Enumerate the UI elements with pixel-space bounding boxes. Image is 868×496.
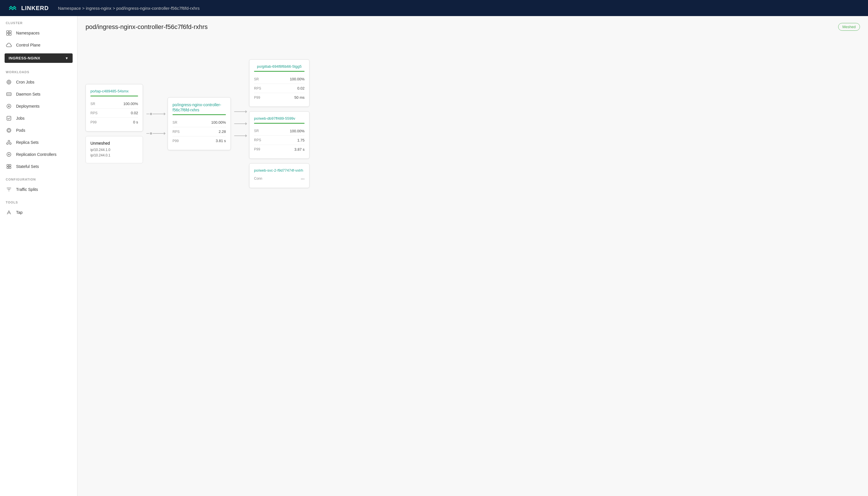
connector-line-5 xyxy=(234,111,246,112)
breadcrumb: Namespace > ingress-nginx > pod/ingress-… xyxy=(58,6,861,11)
pods-icon xyxy=(6,127,12,134)
network-diagram: po/tap-c489485-54smx SR 100.00% RPS 0.02… xyxy=(86,37,860,210)
unmeshed-ip-0: ip/10.244.1.0 xyxy=(90,147,138,153)
node-unmeshed: Unmeshed ip/10.244.1.0 ip/10.244.0.1 xyxy=(86,136,143,163)
linkerd-logo-icon xyxy=(7,2,18,14)
sidebar-item-cron-jobs[interactable]: Cron Jobs xyxy=(0,76,77,88)
node-web-svc-conn: Conn --- xyxy=(254,174,305,183)
svg-rect-25 xyxy=(9,165,11,166)
sidebar-item-namespaces-label: Namespaces xyxy=(16,31,40,35)
left-nodes-column: po/tap-c489485-54smx SR 100.00% RPS 0.02… xyxy=(86,84,143,163)
right-connector-top xyxy=(234,111,246,112)
svg-point-5 xyxy=(7,80,11,84)
sidebar-item-stateful-sets[interactable]: Stateful Sets xyxy=(0,160,77,172)
logo-text: LINKERD xyxy=(21,5,49,12)
left-connector-top xyxy=(146,113,164,115)
node-web-db-link[interactable]: po/web-db97ff489-5599v xyxy=(254,116,305,121)
arrow-5 xyxy=(245,134,247,137)
svg-rect-1 xyxy=(6,31,9,33)
tools-section-label: TOOLS xyxy=(0,196,77,206)
main-content: pod/ingress-nginx-controller-f56c7f6fd-r… xyxy=(78,16,868,496)
node-tap-progress xyxy=(90,96,138,96)
app-header: LINKERD Namespace > ingress-nginx > pod/… xyxy=(0,0,868,16)
configuration-section-label: CONFIGURATION xyxy=(0,172,77,183)
node-center-sr: SR 100.00% xyxy=(172,118,226,127)
daemon-sets-icon xyxy=(6,91,12,97)
sidebar-item-jobs[interactable]: Jobs xyxy=(0,112,77,124)
node-gitlab: po/gitlab-694f8f6b66-5tgg5 SR 100.00% RP… xyxy=(249,59,309,107)
connector-line-7 xyxy=(234,136,246,136)
sidebar-item-pods-label: Pods xyxy=(16,128,25,133)
node-tap-rps: RPS 0.02 xyxy=(90,108,138,118)
node-tap-p99: P99 0 s xyxy=(90,118,138,127)
workloads-section-label: WORKLOADS xyxy=(0,65,77,76)
sidebar-item-control-plane-label: Control Plane xyxy=(16,43,41,47)
sidebar-item-tap[interactable]: Tap xyxy=(0,206,77,218)
node-web-svc: po/web-svc-2-f9d77474f-vxlrh Conn --- xyxy=(249,163,309,188)
node-tap: po/tap-c489485-54smx SR 100.00% RPS 0.02… xyxy=(86,84,143,131)
svg-rect-3 xyxy=(6,33,9,35)
svg-rect-24 xyxy=(7,165,9,166)
svg-point-21 xyxy=(6,143,8,144)
svg-point-6 xyxy=(8,81,10,83)
namespace-selector[interactable]: INGRESS-NGINX ▼ xyxy=(4,53,73,63)
svg-rect-4 xyxy=(9,33,11,35)
deployments-icon xyxy=(6,103,12,109)
node-gitlab-progress xyxy=(254,71,305,72)
sidebar-item-deployments[interactable]: Deployments xyxy=(0,100,77,112)
connector-line-1 xyxy=(146,114,149,114)
node-gitlab-rps: RPS 0.02 xyxy=(254,84,305,93)
cloud-icon xyxy=(6,42,12,48)
sidebar-item-daemon-sets-label: Daemon Sets xyxy=(16,92,41,96)
arrow-2 xyxy=(164,132,166,135)
right-connector-bottom xyxy=(234,136,246,136)
stateful-sets-icon xyxy=(6,163,12,170)
sidebar-item-cron-jobs-label: Cron Jobs xyxy=(16,80,34,84)
cluster-section-label: CLUSTER xyxy=(0,16,77,27)
sidebar: CLUSTER Namespaces Control Plane IN xyxy=(0,16,78,496)
connector-dot-2 xyxy=(150,132,152,135)
cron-jobs-icon xyxy=(6,79,12,85)
svg-rect-2 xyxy=(9,31,11,33)
node-center-link[interactable]: po/ingress-nginx-controller-f56c7f6fd-rx… xyxy=(172,102,226,112)
sidebar-item-jobs-label: Jobs xyxy=(16,116,25,121)
node-gitlab-link[interactable]: po/gitlab-694f8f6b66-5tgg5 xyxy=(254,64,305,69)
arrow-3 xyxy=(245,110,247,113)
svg-rect-17 xyxy=(7,116,11,120)
sidebar-item-tap-label: Tap xyxy=(16,210,23,215)
replica-sets-icon xyxy=(6,139,12,145)
node-tap-sr: SR 100.00% xyxy=(90,99,138,108)
sidebar-item-replication-controllers[interactable]: Replication Controllers xyxy=(0,149,77,160)
sidebar-item-control-plane[interactable]: Control Plane xyxy=(0,39,77,51)
node-gitlab-p99: P99 50 ms xyxy=(254,93,305,102)
logo[interactable]: LINKERD xyxy=(7,2,49,14)
unmeshed-ip-1: ip/10.244.0.1 xyxy=(90,153,138,158)
sidebar-item-deployments-label: Deployments xyxy=(16,104,40,108)
sidebar-item-replica-sets[interactable]: Replica Sets xyxy=(0,136,77,149)
unmeshed-title: Unmeshed xyxy=(90,141,138,145)
svg-point-22 xyxy=(10,143,11,144)
sidebar-item-replica-sets-label: Replica Sets xyxy=(16,140,39,145)
sidebar-item-pods[interactable]: Pods xyxy=(0,124,77,136)
connector-line-2 xyxy=(153,114,164,114)
sidebar-item-replication-controllers-label: Replication Controllers xyxy=(16,152,57,157)
sidebar-item-traffic-splits[interactable]: Traffic Splits xyxy=(0,183,77,196)
sidebar-item-daemon-sets[interactable]: Daemon Sets xyxy=(0,88,77,100)
sidebar-item-namespaces[interactable]: Namespaces xyxy=(0,27,77,39)
node-center-progress xyxy=(172,114,226,115)
page-title-row: pod/ingress-nginx-controller-f56c7f6fd-r… xyxy=(86,23,860,31)
meshed-badge: Meshed xyxy=(838,23,860,31)
svg-point-18 xyxy=(7,128,11,132)
node-web-db-p99: P99 3.87 s xyxy=(254,145,305,154)
chevron-down-icon: ▼ xyxy=(65,56,68,60)
replication-controllers-icon xyxy=(6,151,12,158)
page-title: pod/ingress-nginx-controller-f56c7f6fd-r… xyxy=(86,23,208,31)
svg-point-16 xyxy=(8,106,10,107)
right-nodes-column: po/gitlab-694f8f6b66-5tgg5 SR 100.00% RP… xyxy=(249,59,309,188)
svg-point-20 xyxy=(8,140,10,142)
node-tap-link[interactable]: po/tap-c489485-54smx xyxy=(90,89,138,94)
node-web-db-progress xyxy=(254,123,305,124)
node-web-svc-link[interactable]: po/web-svc-2-f9d77474f-vxlrh xyxy=(254,168,305,173)
grid-icon xyxy=(6,30,12,36)
arrow-1 xyxy=(164,112,166,115)
